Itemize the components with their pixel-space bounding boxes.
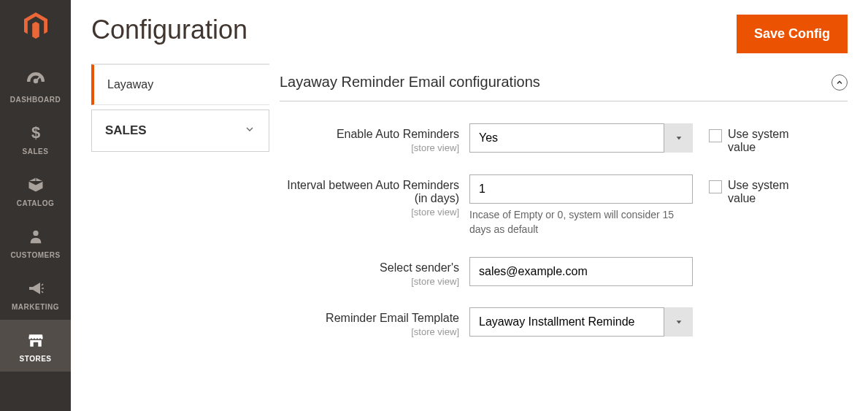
sender-input[interactable]	[469, 257, 693, 286]
template-select[interactable]	[469, 307, 693, 337]
use-system-value-checkbox[interactable]	[709, 129, 722, 142]
field-scope: [store view]	[280, 142, 459, 153]
content-area: Layaway SALES Layaway Reminder Email con…	[71, 64, 868, 358]
system-value-col: Use system value	[693, 123, 794, 154]
field-enable-auto-reminders: Enable Auto Reminders [store view] Use s…	[280, 123, 848, 154]
use-system-value-label: Use system value	[728, 179, 794, 205]
config-nav-header-label: SALES	[105, 123, 147, 138]
field-scope: [store view]	[280, 326, 459, 337]
field-scope: [store view]	[280, 207, 459, 218]
save-config-button[interactable]: Save Config	[737, 15, 848, 53]
nav-tab-group: Layaway	[91, 64, 269, 105]
field-template: Reminder Email Template [store view]	[280, 307, 848, 337]
config-nav: Layaway SALES	[91, 64, 269, 358]
sidebar-item-sales[interactable]: $ SALES	[0, 112, 71, 164]
sidebar-item-marketing[interactable]: MARKETING	[0, 268, 71, 320]
field-label: Interval between Auto Reminders (in days…	[280, 179, 459, 205]
admin-sidebar: DASHBOARD $ SALES CATALOG CUSTOMERS MARK…	[0, 0, 71, 411]
sidebar-item-customers[interactable]: CUSTOMERS	[0, 216, 71, 268]
select-wrap	[469, 307, 693, 337]
page-title: Configuration	[91, 15, 247, 45]
dashboard-icon	[26, 71, 46, 91]
sidebar-item-label: STORES	[20, 355, 52, 363]
section-header[interactable]: Layaway Reminder Email configurations	[280, 64, 848, 101]
config-section: Layaway Reminder Email configurations En…	[280, 64, 848, 358]
field-label: Reminder Email Template	[280, 312, 459, 325]
field-scope: [store view]	[280, 276, 459, 287]
field-input-col	[469, 257, 693, 286]
use-system-value-checkbox[interactable]	[709, 180, 722, 193]
svg-text:$: $	[31, 125, 39, 141]
sidebar-item-stores[interactable]: STORES	[0, 320, 71, 372]
store-icon	[26, 330, 46, 350]
main-content: Configuration Save Config Layaway SALES …	[71, 0, 868, 411]
use-system-value-label: Use system value	[728, 128, 794, 154]
field-note: Incase of Empty or 0, system will consid…	[469, 208, 693, 237]
field-label-col: Enable Auto Reminders [store view]	[280, 123, 469, 153]
interval-input[interactable]	[469, 174, 693, 204]
magento-logo-icon	[21, 11, 50, 40]
field-input-col: Incase of Empty or 0, system will consid…	[469, 174, 693, 237]
field-label: Select sender's	[280, 261, 459, 274]
field-label: Enable Auto Reminders	[280, 128, 459, 141]
dollar-icon: $	[26, 123, 46, 143]
field-input-col	[469, 307, 693, 337]
field-input-col	[469, 123, 693, 153]
svg-point-3	[33, 231, 38, 236]
enable-reminders-select[interactable]	[469, 123, 693, 153]
megaphone-icon	[26, 278, 46, 299]
sidebar-item-label: CUSTOMERS	[10, 251, 60, 259]
sidebar-item-label: CATALOG	[17, 199, 54, 207]
field-label-col: Interval between Auto Reminders (in days…	[280, 174, 469, 218]
collapse-icon[interactable]	[831, 74, 848, 91]
sidebar-item-label: DASHBOARD	[10, 96, 61, 104]
sidebar-item-dashboard[interactable]: DASHBOARD	[0, 61, 71, 112]
config-nav-layaway[interactable]: Layaway	[91, 64, 269, 105]
sidebar-item-catalog[interactable]: CATALOG	[0, 164, 71, 216]
sidebar-item-label: SALES	[23, 147, 49, 155]
field-interval: Interval between Auto Reminders (in days…	[280, 174, 848, 237]
page-header: Configuration Save Config	[71, 0, 868, 53]
chevron-down-icon	[244, 123, 256, 138]
select-wrap	[469, 123, 693, 153]
sidebar-item-label: MARKETING	[12, 303, 59, 311]
config-nav-sales[interactable]: SALES	[91, 110, 269, 152]
field-label-col: Select sender's [store view]	[280, 257, 469, 287]
box-icon	[26, 174, 46, 195]
field-sender: Select sender's [store view]	[280, 257, 848, 287]
section-title: Layaway Reminder Email configurations	[280, 74, 540, 91]
system-value-col: Use system value	[693, 174, 794, 205]
person-icon	[26, 226, 46, 247]
field-label-col: Reminder Email Template [store view]	[280, 307, 469, 337]
